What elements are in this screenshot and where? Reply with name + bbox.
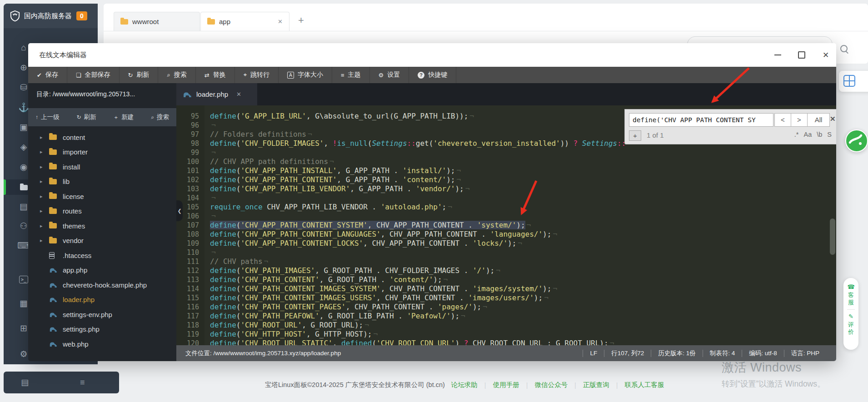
- waf-icon: ◉: [20, 162, 28, 172]
- folder-icon: [49, 179, 57, 184]
- fm-tab-label: app: [219, 18, 230, 25]
- tree-file-.htaccess[interactable]: .htaccess: [28, 248, 176, 262]
- save-all-button[interactable]: ❏全部保存: [67, 67, 120, 83]
- code-tokens: define('CHV_APP_PATH_CONTENT', G_APP_PAT…: [210, 175, 455, 184]
- settings-button[interactable]: ⚙设置: [370, 67, 409, 83]
- customer-service-widget[interactable]: ☎ 客服 ✎ 评价: [843, 278, 858, 350]
- up-button[interactable]: ↑上一级: [35, 113, 60, 121]
- tree-folder-themes[interactable]: ▸themes: [28, 219, 176, 233]
- code-text: define('CHV_ROOT_URL', G_ROOT_URL);¬: [210, 321, 369, 330]
- tree-folder-license[interactable]: ▸license: [28, 189, 176, 203]
- caret-right-icon[interactable]: ▸: [40, 179, 43, 184]
- search-toggle-b[interactable]: \b: [817, 131, 822, 138]
- tree-file-app.php[interactable]: app.php: [28, 263, 176, 277]
- editor-tab-loader-php[interactable]: loader.php ✕: [176, 83, 257, 105]
- php-file-icon: [49, 312, 57, 318]
- tree-file-settings.php[interactable]: settings.php: [28, 323, 176, 336]
- caret-right-icon[interactable]: ▸: [40, 164, 43, 170]
- search-button[interactable]: ⌕搜索: [151, 113, 169, 121]
- footer-link[interactable]: 正版查询: [583, 381, 609, 389]
- tree-folder-content[interactable]: ▸content: [28, 130, 176, 144]
- caret-right-icon[interactable]: ▸: [40, 238, 43, 243]
- replace-button[interactable]: ⇄替换: [196, 67, 235, 83]
- notification-badge[interactable]: 0: [76, 11, 87, 20]
- tree-file-chevereto-hook.sample.php[interactable]: chevereto-hook.sample.php: [28, 278, 176, 292]
- toolbar-button-label: 替换: [213, 71, 226, 79]
- new-button[interactable]: ＋新建: [113, 113, 134, 121]
- hotkeys-button[interactable]: ?快捷键: [409, 67, 456, 83]
- code-line-107: 107define('CHV_APP_PATH_CONTENT_SYSTEM',…: [176, 221, 836, 230]
- editor-search-input[interactable]: [629, 113, 773, 127]
- search-toggle-[interactable]: .*: [794, 131, 799, 138]
- save-button[interactable]: ✔保存: [28, 67, 67, 83]
- panel-logo[interactable]: 国内高防服务器 0: [4, 4, 98, 28]
- footer-link[interactable]: 使用手册: [493, 381, 519, 389]
- code-tokens: define('CHV_PATH_CONTENT', G_ROOT_PATH .…: [210, 275, 442, 284]
- eol-mark: ¬: [210, 121, 216, 129]
- search-next-button[interactable]: >: [791, 113, 808, 127]
- tree-folder-install[interactable]: ▸install: [28, 160, 176, 174]
- tree-file-web.php[interactable]: web.php: [28, 337, 176, 351]
- tree-folder-lib[interactable]: ▸lib: [28, 175, 176, 189]
- search-button[interactable]: ⌕搜索: [158, 67, 195, 83]
- fm-tab-app[interactable]: app✕: [200, 12, 289, 31]
- plugin-bubble-icon[interactable]: [845, 129, 868, 152]
- refresh-button[interactable]: ↻刷新: [120, 67, 159, 83]
- add-tab-button[interactable]: +: [298, 15, 304, 26]
- toolbar-button-label: 字体大小: [298, 71, 323, 79]
- customer-service-label[interactable]: 客服: [848, 292, 854, 306]
- close-button[interactable]: ✕: [821, 50, 831, 60]
- search-add-button[interactable]: +: [629, 130, 641, 141]
- tree-file-settings-env.php[interactable]: settings-env.php: [28, 308, 176, 321]
- feedback-label[interactable]: 评价: [848, 321, 854, 336]
- goto-line-button[interactable]: ⌖跳转行: [235, 67, 279, 83]
- code-line-113: 113define('CHV_PATH_CONTENT', G_ROOT_PAT…: [176, 275, 836, 284]
- footer-link[interactable]: 论坛求助: [451, 381, 478, 389]
- status-item: LF: [583, 350, 604, 357]
- eol-mark: ¬: [468, 112, 474, 120]
- layout-shortcut-widget[interactable]: [839, 71, 868, 92]
- footer-link[interactable]: 联系人工客服: [624, 381, 664, 389]
- restore-button[interactable]: [797, 50, 807, 60]
- editor-scrollbar-thumb[interactable]: [830, 218, 835, 255]
- tree-folder-vendor[interactable]: ▸vendor: [28, 234, 176, 248]
- caret-right-icon[interactable]: ▸: [40, 208, 43, 214]
- tree-entry-label: license: [63, 193, 84, 200]
- close-tab-icon[interactable]: ✕: [278, 18, 283, 25]
- collapse-panel-handle[interactable]: [176, 200, 183, 221]
- folder-icon: [49, 223, 57, 228]
- tree-entry-label: app.php: [63, 266, 87, 274]
- search-icon[interactable]: [840, 45, 848, 52]
- tree-file-loader.php[interactable]: loader.php: [28, 293, 176, 307]
- search-toggle-S[interactable]: S: [827, 131, 832, 138]
- layout-icon[interactable]: ▤: [21, 377, 29, 387]
- code-tokens: define('CHV_APP_PATH_CONTENT_LANGUAGES',…: [210, 230, 551, 238]
- editor-search-panel: < > All ✕ + 1 of 1 .*Aa\bS: [624, 109, 836, 144]
- footer-link[interactable]: 微信公众号: [534, 381, 568, 389]
- tree-entry-label: settings-env.php: [63, 311, 112, 318]
- eol-mark: ¬: [455, 166, 461, 175]
- search-close-icon[interactable]: ✕: [830, 115, 836, 123]
- refresh-button[interactable]: ↻刷新: [76, 113, 96, 121]
- file-toolbar-label: 上一级: [41, 113, 60, 121]
- theme-button[interactable]: ≡主题: [332, 67, 370, 83]
- caret-right-icon[interactable]: ▸: [40, 149, 43, 155]
- caret-right-icon[interactable]: ▸: [40, 134, 43, 140]
- php-file-icon: [49, 297, 57, 303]
- search-toggle-Aa[interactable]: Aa: [803, 131, 812, 138]
- php-file-icon: [49, 282, 57, 288]
- caret-right-icon[interactable]: ▸: [40, 223, 43, 229]
- search-option-toggles: .*Aa\bS: [794, 131, 832, 138]
- search-prev-button[interactable]: <: [774, 113, 791, 127]
- menu-icon[interactable]: ≡: [80, 377, 85, 387]
- search-all-button[interactable]: All: [807, 113, 830, 127]
- tree-folder-importer[interactable]: ▸importer: [28, 145, 176, 159]
- caret-right-icon[interactable]: ▸: [40, 194, 43, 199]
- line-number: 99: [176, 148, 199, 157]
- font-size-button[interactable]: A字体大小: [279, 67, 332, 83]
- phone-icon: ☎: [847, 283, 854, 291]
- minimize-button[interactable]: [773, 50, 783, 60]
- close-tab-icon[interactable]: ✕: [236, 91, 241, 98]
- tree-folder-routes[interactable]: ▸routes: [28, 204, 176, 218]
- fm-tab-wwwroot[interactable]: wwwroot: [114, 12, 200, 31]
